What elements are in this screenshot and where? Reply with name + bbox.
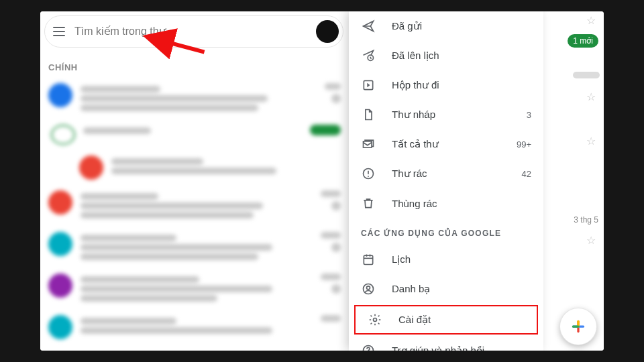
nav-label: Cài đặt (398, 314, 525, 326)
nav-label: Đã lên lịch (392, 50, 531, 62)
nav-count: 99+ (517, 139, 531, 149)
star-icon: ☆ (586, 234, 596, 247)
list-item[interactable] (46, 78, 343, 119)
send-icon (361, 19, 376, 34)
nav-settings[interactable]: Cài đặt (354, 305, 538, 335)
new-badge: 1 mới (568, 34, 598, 48)
svg-rect-3 (364, 141, 372, 147)
svg-point-8 (367, 286, 370, 290)
nav-label: Đã gửi (392, 20, 531, 32)
list-item[interactable] (46, 185, 343, 227)
star-icon: ☆ (586, 135, 596, 147)
nav-apps-header: CÁC ỨNG DỤNG CỦA GOOGLE (349, 218, 543, 245)
nav-trash[interactable]: Thùng rác (349, 188, 543, 218)
background-right: ☆ 1 mới ☆ ☆ 3 thg 5 ☆ (543, 11, 604, 351)
svg-point-5 (368, 176, 369, 177)
menu-hamburger-button[interactable] (49, 21, 69, 42)
search-input[interactable] (74, 25, 316, 38)
list-item[interactable] (46, 227, 343, 268)
section-primary-label: CHÍNH (48, 62, 349, 72)
nav-label: Danh bạ (392, 283, 531, 295)
nav-drafts[interactable]: Thư nháp 3 (349, 100, 543, 129)
email-list (40, 75, 349, 345)
svg-rect-6 (364, 255, 372, 264)
svg-point-9 (374, 318, 377, 322)
nav-count: 42 (522, 169, 531, 179)
inbox-panel: CHÍNH (40, 11, 349, 351)
trash-icon (361, 196, 376, 210)
list-item[interactable] (46, 119, 343, 150)
nav-sent[interactable]: Đã gửi (349, 11, 543, 41)
list-item[interactable] (46, 268, 343, 310)
nav-spam[interactable]: Thư rác 42 (349, 159, 543, 188)
search-bar (44, 15, 343, 48)
nav-label: Hộp thư đi (392, 79, 531, 91)
allmail-icon (361, 137, 376, 152)
nav-outbox[interactable]: Hộp thư đi (349, 70, 543, 100)
list-item[interactable] (76, 150, 343, 185)
nav-label: Trợ giúp và phản hồi (392, 345, 531, 351)
nav-allmail[interactable]: Tất cả thư 99+ (349, 129, 543, 159)
calendar-icon (361, 252, 376, 267)
nav-count: 3 (527, 110, 531, 120)
list-item[interactable] (46, 310, 343, 345)
nav-scheduled[interactable]: Đã lên lịch (349, 41, 543, 70)
nav-calendar[interactable]: Lịch (349, 245, 543, 274)
draft-icon (361, 107, 376, 122)
nav-label: Thư nháp (392, 109, 527, 121)
nav-label: Lịch (392, 253, 531, 265)
help-icon (361, 343, 376, 351)
outbox-icon (361, 78, 376, 93)
gear-icon (368, 312, 382, 327)
spam-icon (361, 166, 376, 181)
navigation-drawer: Đã gửi Đã lên lịch Hộp thư đi Thư nháp 3… (349, 11, 543, 351)
scheduled-icon (361, 48, 376, 63)
nav-label: Thư rác (392, 168, 522, 180)
account-avatar[interactable] (316, 20, 339, 43)
nav-label: Thùng rác (392, 198, 531, 209)
date-preview: 3 thg 5 (574, 215, 598, 225)
compose-fab[interactable] (559, 308, 597, 345)
nav-help[interactable]: Trợ giúp và phản hồi (349, 336, 543, 351)
nav-label: Tất cả thư (392, 138, 517, 150)
nav-contacts[interactable]: Danh bạ (349, 274, 543, 304)
star-icon: ☆ (586, 90, 596, 103)
contacts-icon (361, 282, 376, 296)
star-icon: ☆ (586, 14, 596, 27)
app-window: CHÍNH (40, 11, 604, 351)
